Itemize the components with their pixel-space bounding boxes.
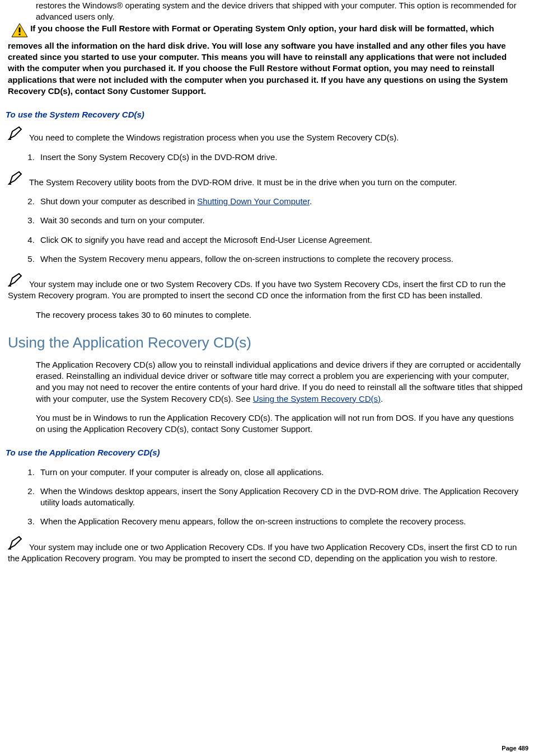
- steps-list-1: Insert the Sony System Recovery CD(s) in…: [37, 152, 524, 163]
- list-item: Insert the Sony System Recovery CD(s) in…: [37, 152, 524, 163]
- heading-application-recovery: Using the Application Recovery CD(s): [8, 333, 530, 353]
- list-item: When the System Recovery menu appears, f…: [37, 253, 524, 265]
- note-text: Your system may include one or two Syste…: [8, 279, 505, 300]
- steps-list-2: Shut down your computer as described in …: [37, 196, 524, 265]
- note-two-cds: Your system may include one or two Syste…: [8, 273, 525, 302]
- step-text: Shut down your computer as described in: [40, 196, 197, 206]
- list-item: Turn on your computer. If your computer …: [37, 467, 524, 478]
- recovery-time-note: The recovery process takes 30 to 60 minu…: [36, 309, 524, 321]
- note-registration: You need to complete the Windows registr…: [8, 126, 525, 143]
- note-icon: [8, 536, 25, 553]
- note-text: The System Recovery utility boots from t…: [27, 177, 457, 187]
- note-text: You need to complete the Windows registr…: [27, 133, 399, 142]
- section-heading-app-recovery: To use the Application Recovery CD(s): [6, 447, 530, 458]
- list-item: Wait 30 seconds and turn on your compute…: [37, 215, 524, 226]
- step-text-end: .: [310, 196, 312, 206]
- link-shutting-down[interactable]: Shutting Down Your Computer: [197, 196, 310, 206]
- list-item: When the Windows desktop appears, insert…: [37, 486, 524, 509]
- app-recovery-intro: The Application Recovery CD(s) allow you…: [36, 359, 524, 405]
- link-system-recovery[interactable]: Using the System Recovery CD(s): [253, 394, 381, 403]
- steps-list-app: Turn on your computer. If your computer …: [37, 467, 524, 528]
- warning-icon: [11, 23, 28, 40]
- app-recovery-windows-note: You must be in Windows to run the Applic…: [36, 412, 524, 435]
- note-icon: [8, 171, 25, 188]
- warning-text: If you choose the Full Restore with Form…: [8, 24, 508, 96]
- note-icon: [8, 126, 25, 143]
- list-item: Click OK to signify you have read and ac…: [37, 234, 524, 246]
- para-text-end: .: [381, 394, 383, 403]
- intro-paragraph: restores the Windows® operating system a…: [36, 0, 524, 23]
- note-app-two-cds: Your system may include one or two Appli…: [8, 536, 525, 565]
- svg-rect-2: [19, 34, 21, 35]
- note-text: Your system may include one or two Appli…: [8, 542, 517, 563]
- svg-rect-1: [19, 27, 21, 32]
- list-item: Shut down your computer as described in …: [37, 196, 524, 207]
- note-boot: The System Recovery utility boots from t…: [8, 171, 525, 188]
- section-heading-system-recovery: To use the System Recovery CD(s): [6, 109, 530, 120]
- warning-block: If you choose the Full Restore with Form…: [8, 23, 524, 97]
- list-item: When the Application Recovery menu appea…: [37, 516, 524, 527]
- note-icon: [8, 273, 25, 290]
